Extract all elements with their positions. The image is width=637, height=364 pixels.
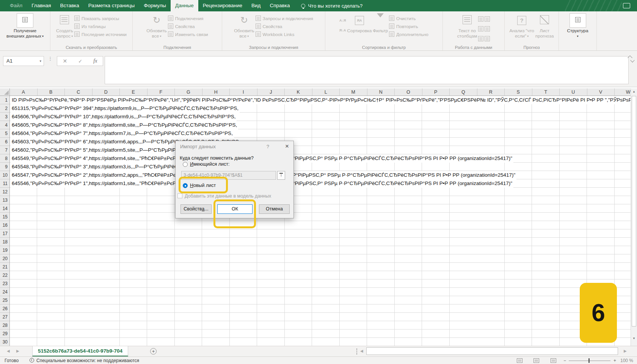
menu-tab-1[interactable]: Главная: [27, 0, 55, 11]
new-query-button[interactable]: Создатьзапрос ▾: [56, 13, 73, 45]
show-queries-button[interactable]: Показать запросы: [74, 16, 127, 21]
edit-links-button[interactable]: Изменить связи: [168, 32, 208, 37]
column-header[interactable]: U: [560, 88, 587, 96]
column-header[interactable]: T: [532, 88, 560, 96]
column-header[interactable]: V: [587, 88, 615, 96]
data-validation-button[interactable]: [478, 36, 483, 43]
row-header[interactable]: 21: [0, 263, 9, 271]
row-header[interactable]: 12: [0, 188, 9, 196]
row-header[interactable]: 29: [0, 329, 9, 338]
next-sheet-icon[interactable]: ▶: [16, 349, 19, 353]
refresh-all-button[interactable]: ↻Обновитьвсе ▾: [146, 13, 166, 45]
row-header[interactable]: 30: [0, 338, 9, 346]
column-header[interactable]: S: [505, 88, 532, 96]
properties-button[interactable]: Свойства...: [180, 204, 212, 214]
properties-button[interactable]: Свойства: [168, 24, 208, 29]
menu-tab-2[interactable]: Вставка: [56, 0, 84, 11]
queries-connections-button[interactable]: Запросы и подключения: [256, 16, 313, 21]
cells-area[interactable]: ID РїР»РѕС‰Р°РґРєРё,"РќР°Р·РІР°РЅРёРµ Рї…: [10, 96, 631, 346]
row-header[interactable]: 19: [0, 246, 9, 254]
row-header[interactable]: 22: [0, 271, 9, 279]
scroll-down-icon[interactable]: ▼: [631, 337, 637, 340]
row-header[interactable]: 23: [0, 279, 9, 288]
comments-icon[interactable]: [623, 3, 630, 8]
column-header[interactable]: C: [65, 88, 93, 96]
clear-filter-button[interactable]: Очистить: [389, 16, 428, 21]
filter-button[interactable]: Фильтр: [373, 13, 388, 45]
chevron-down-icon[interactable]: ▾: [39, 56, 41, 66]
sort-button[interactable]: ЯАСортировка: [347, 13, 372, 45]
zoom-out-icon[interactable]: −: [563, 358, 566, 363]
row-header[interactable]: 16: [0, 221, 9, 229]
row-header[interactable]: 1: [0, 96, 9, 104]
from-table-button[interactable]: Из таблицы: [74, 24, 127, 29]
consolidate-button[interactable]: [485, 16, 490, 23]
row-header[interactable]: 28: [0, 321, 9, 329]
row-header[interactable]: 20: [0, 254, 9, 263]
tab-scroll-divider[interactable]: [356, 348, 358, 355]
column-header[interactable]: P: [422, 88, 450, 96]
active-sheet-tab[interactable]: 5152c6b76a73-de54-41c0-97b9-704: [32, 346, 128, 356]
row-header[interactable]: 11: [0, 179, 9, 188]
refresh-all-button[interactable]: ↻Обновитьвсе ▾: [234, 13, 254, 45]
row-header[interactable]: 15: [0, 213, 9, 221]
formula-input[interactable]: [105, 56, 629, 84]
column-header[interactable]: E: [120, 88, 147, 96]
what-if-button[interactable]: ?Анализ "чтоесли" ▾: [509, 13, 534, 45]
menu-tab-0[interactable]: Файл: [5, 0, 27, 11]
flash-fill-button[interactable]: [478, 16, 483, 23]
hscroll-right-icon[interactable]: ▶: [624, 349, 627, 353]
zoom-slider-thumb[interactable]: [588, 358, 590, 363]
cell-text-row-1[interactable]: ID РїР»РѕС‰Р°РґРєРё,"РќР°Р·РІР°РЅРёРµ Рї…: [11, 96, 631, 104]
row-header[interactable]: 6: [0, 138, 9, 146]
menu-tab-4[interactable]: Формулы: [139, 0, 171, 11]
help-icon[interactable]: ?: [267, 144, 269, 149]
normal-view-icon[interactable]: [517, 358, 522, 363]
cell-text-row-5[interactable]: 645604,"РџР»РѕС‰Р°РґРєР° 7",https://plat…: [11, 129, 234, 138]
cell-text-row-2[interactable]: 651315,"РџР»РѕС‰Р°РґРєР° 394",https://pl…: [11, 104, 240, 113]
column-header[interactable]: I: [230, 88, 257, 96]
column-header[interactable]: N: [367, 88, 395, 96]
connections-button[interactable]: Подключения: [168, 16, 208, 21]
column-header[interactable]: K: [285, 88, 312, 96]
tell-me-search[interactable]: Что вы хотите сделать?: [301, 0, 362, 11]
drag-handle-icon[interactable]: ⋮: [48, 57, 53, 60]
row-header[interactable]: 24: [0, 288, 9, 296]
column-header[interactable]: J: [257, 88, 285, 96]
vertical-scroll-thumb[interactable]: [632, 96, 636, 326]
prev-sheet-icon[interactable]: ◀: [7, 349, 10, 353]
cancel-button[interactable]: Отмена: [259, 204, 290, 214]
page-layout-view-icon[interactable]: [533, 358, 539, 363]
advanced-filter-button[interactable]: Дополнительно: [389, 32, 428, 37]
cell-text-row-3[interactable]: 645606,"РџР»РѕС‰Р°РґРєР° 10",https://pla…: [11, 113, 237, 121]
page-break-view-icon[interactable]: [551, 358, 556, 363]
get-external-data-button[interactable]: Получениевнешних данных ▾: [6, 13, 44, 45]
row-header[interactable]: 7: [0, 146, 9, 154]
column-header[interactable]: O: [395, 88, 422, 96]
column-header[interactable]: H: [202, 88, 230, 96]
column-header[interactable]: A: [10, 88, 38, 96]
vertical-scrollbar[interactable]: ▲ ▼: [631, 88, 637, 346]
workbook-links-button[interactable]: Workbook Links: [256, 32, 313, 37]
outline-button[interactable]: Структура▾: [567, 13, 588, 45]
row-header[interactable]: 26: [0, 304, 9, 313]
row-header[interactable]: 27: [0, 313, 9, 321]
column-header[interactable]: R: [477, 88, 505, 96]
recent-sources-button[interactable]: Последние источники: [74, 32, 127, 37]
insert-function-icon[interactable]: fx: [93, 58, 97, 64]
forecast-sheet-button[interactable]: Листпрогноза: [535, 13, 554, 45]
zoom-slider[interactable]: [569, 361, 610, 361]
column-header[interactable]: G: [175, 88, 202, 96]
menu-tab-7[interactable]: Вид: [247, 0, 265, 11]
row-header[interactable]: 9: [0, 163, 9, 171]
sort-az-button[interactable]: А↓Я: [339, 16, 346, 23]
column-header[interactable]: M: [340, 88, 367, 96]
reapply-button[interactable]: Повторить: [389, 24, 428, 29]
new-sheet-button[interactable]: +: [150, 348, 157, 355]
column-header[interactable]: W: [615, 88, 631, 96]
select-all-corner[interactable]: [0, 88, 10, 96]
name-box[interactable]: A1 ▾: [3, 56, 44, 66]
remove-duplicates-button[interactable]: [478, 26, 483, 33]
row-header[interactable]: 10: [0, 171, 9, 179]
existing-sheet-radio[interactable]: [183, 162, 188, 167]
